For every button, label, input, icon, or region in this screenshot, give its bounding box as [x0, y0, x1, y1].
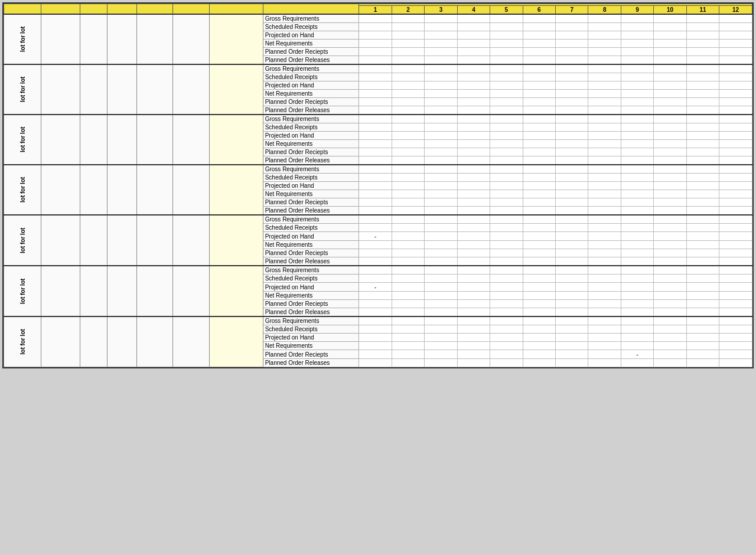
cell-g2-r0-p6[interactable]	[556, 115, 588, 123]
cell-g2-r5-p4[interactable]	[490, 156, 523, 165]
cell-g1-r5-p10[interactable]	[686, 106, 719, 115]
cell-g1-r1-p5[interactable]	[523, 73, 555, 81]
cell-g4-r0-p5[interactable]	[523, 215, 555, 224]
cell-g6-r3-p7[interactable]	[588, 342, 621, 350]
cell-g2-r0-p5[interactable]	[523, 115, 555, 123]
cell-g1-r5-p3[interactable]	[457, 106, 490, 115]
cell-g4-r4-p0[interactable]	[359, 249, 392, 257]
cell-g0-r4-p0[interactable]	[359, 48, 392, 56]
cell-g2-r1-p4[interactable]	[490, 123, 523, 132]
cell-g3-r4-p6[interactable]	[556, 198, 588, 207]
cell-g5-r0-p2[interactable]	[425, 266, 457, 275]
cell-g4-r2-p0[interactable]: -	[359, 232, 392, 241]
cell-g3-r3-p5[interactable]	[523, 190, 555, 198]
cell-g0-r5-p4[interactable]	[490, 56, 523, 65]
cell-g6-r2-p2[interactable]	[425, 334, 457, 342]
cell-g0-r0-p4[interactable]	[490, 14, 523, 23]
cell-g2-r5-p8[interactable]	[621, 156, 653, 165]
cell-g6-r2-p0[interactable]	[359, 334, 392, 342]
cell-g5-r5-p2[interactable]	[425, 308, 457, 317]
cell-g2-r2-p8[interactable]	[621, 132, 653, 140]
cell-g1-r0-p0[interactable]	[359, 64, 392, 73]
cell-g2-r4-p11[interactable]	[719, 148, 752, 156]
cell-g5-r0-p0[interactable]	[359, 266, 392, 275]
cell-g2-r1-p6[interactable]	[556, 123, 588, 132]
cell-g5-r1-p8[interactable]	[621, 275, 653, 283]
cell-g5-r2-p0[interactable]: -	[359, 283, 392, 292]
cell-g0-r0-p3[interactable]	[457, 14, 490, 23]
cell-g5-r3-p4[interactable]	[490, 292, 523, 300]
cell-g1-r4-p10[interactable]	[686, 98, 719, 106]
cell-g5-r2-p2[interactable]	[425, 283, 457, 292]
cell-g2-r3-p3[interactable]	[457, 140, 490, 148]
cell-g0-r2-p10[interactable]	[686, 31, 719, 40]
cell-g1-r0-p8[interactable]	[621, 64, 653, 73]
cell-g2-r3-p0[interactable]	[359, 140, 392, 148]
cell-g6-r0-p5[interactable]	[523, 316, 555, 325]
cell-g6-r5-p0[interactable]	[359, 359, 392, 367]
cell-g5-r4-p3[interactable]	[457, 300, 490, 308]
cell-g4-r4-p10[interactable]	[686, 249, 719, 257]
cell-g2-r0-p4[interactable]	[490, 115, 523, 123]
cell-g5-r2-p1[interactable]	[392, 283, 424, 292]
cell-g4-r5-p3[interactable]	[457, 257, 490, 266]
cell-g0-r0-p7[interactable]	[588, 14, 621, 23]
cell-g2-r0-p7[interactable]	[588, 115, 621, 123]
cell-g1-r2-p11[interactable]	[719, 81, 752, 90]
cell-g1-r1-p6[interactable]	[556, 73, 588, 81]
cell-g6-r0-p0[interactable]	[359, 316, 392, 325]
cell-g3-r0-p1[interactable]	[392, 165, 424, 174]
cell-g2-r4-p3[interactable]	[457, 148, 490, 156]
cell-g2-r2-p5[interactable]	[523, 132, 555, 140]
cell-g1-r0-p2[interactable]	[425, 64, 457, 73]
cell-g2-r4-p7[interactable]	[588, 148, 621, 156]
cell-g2-r3-p7[interactable]	[588, 140, 621, 148]
cell-g5-r4-p6[interactable]	[556, 300, 588, 308]
cell-g5-r3-p7[interactable]	[588, 292, 621, 300]
cell-g5-r0-p1[interactable]	[392, 266, 424, 275]
cell-g2-r2-p1[interactable]	[392, 132, 424, 140]
cell-g2-r2-p10[interactable]	[686, 132, 719, 140]
cell-g1-r3-p5[interactable]	[523, 90, 555, 98]
cell-g5-r2-p11[interactable]	[719, 283, 752, 292]
cell-g5-r2-p5[interactable]	[523, 283, 555, 292]
cell-g0-r2-p9[interactable]	[654, 31, 686, 40]
cell-g0-r0-p9[interactable]	[654, 14, 686, 23]
cell-g3-r2-p4[interactable]	[490, 182, 523, 190]
cell-g1-r3-p2[interactable]	[425, 90, 457, 98]
cell-g6-r3-p8[interactable]	[621, 342, 653, 350]
cell-g0-r4-p3[interactable]	[457, 48, 490, 56]
cell-g1-r2-p9[interactable]	[654, 81, 686, 90]
cell-g0-r3-p3[interactable]	[457, 40, 490, 48]
cell-g4-r1-p6[interactable]	[556, 224, 588, 232]
cell-g1-r4-p5[interactable]	[523, 98, 555, 106]
cell-g3-r2-p0[interactable]	[359, 182, 392, 190]
cell-g5-r2-p7[interactable]	[588, 283, 621, 292]
cell-g6-r4-p2[interactable]	[425, 350, 457, 359]
cell-g0-r0-p1[interactable]	[392, 14, 424, 23]
cell-g0-r2-p3[interactable]	[457, 31, 490, 40]
cell-g3-r2-p5[interactable]	[523, 182, 555, 190]
cell-g4-r0-p7[interactable]	[588, 215, 621, 224]
cell-g1-r2-p1[interactable]	[392, 81, 424, 90]
cell-g1-r1-p8[interactable]	[621, 73, 653, 81]
cell-g2-r1-p2[interactable]	[425, 123, 457, 132]
cell-g2-r1-p10[interactable]	[686, 123, 719, 132]
cell-g5-r3-p10[interactable]	[686, 292, 719, 300]
cell-g5-r5-p4[interactable]	[490, 308, 523, 317]
cell-g5-r4-p7[interactable]	[588, 300, 621, 308]
cell-g4-r0-p8[interactable]	[621, 215, 653, 224]
cell-g0-r1-p1[interactable]	[392, 23, 424, 31]
cell-g6-r2-p4[interactable]	[490, 334, 523, 342]
cell-g2-r2-p7[interactable]	[588, 132, 621, 140]
cell-g1-r5-p5[interactable]	[523, 106, 555, 115]
cell-g2-r3-p6[interactable]	[556, 140, 588, 148]
cell-g3-r2-p3[interactable]	[457, 182, 490, 190]
cell-g3-r4-p10[interactable]	[686, 198, 719, 207]
cell-g1-r3-p1[interactable]	[392, 90, 424, 98]
cell-g4-r2-p1[interactable]	[392, 232, 424, 241]
cell-g5-r5-p7[interactable]	[588, 308, 621, 317]
cell-g3-r0-p7[interactable]	[588, 165, 621, 174]
cell-g6-r2-p7[interactable]	[588, 334, 621, 342]
cell-g5-r3-p5[interactable]	[523, 292, 555, 300]
